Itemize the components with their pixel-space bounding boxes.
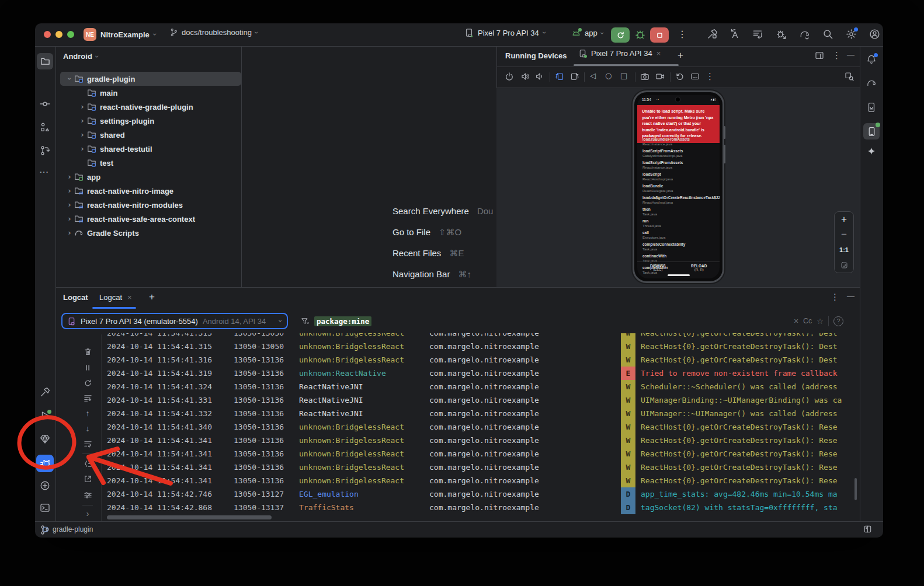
profile-avatar-icon[interactable] xyxy=(869,29,880,40)
dismiss-button[interactable]: DISMISS (ESC) xyxy=(637,262,679,271)
hide-panel-icon[interactable]: — xyxy=(847,50,854,59)
tree-item-app[interactable]: › app xyxy=(60,170,241,184)
back-button-icon[interactable]: ◁ xyxy=(590,71,596,80)
logcat-device-selector[interactable]: Pixel 7 Pro API 34 (emulator-5554) Andro… xyxy=(61,313,288,329)
gradle-tool-button[interactable] xyxy=(866,78,877,88)
device-selector[interactable]: Pixel 7 Pro API 34 › xyxy=(464,28,546,37)
notifications-bell-button[interactable] xyxy=(866,54,877,65)
export-logs-icon[interactable] xyxy=(82,473,93,484)
previous-occurrence-icon[interactable]: ↑ xyxy=(82,408,93,418)
input-snippet-icon[interactable] xyxy=(690,72,700,81)
new-logcat-tab-button[interactable]: + xyxy=(149,291,155,303)
more-run-actions-icon[interactable]: ⋮ xyxy=(678,29,687,40)
scroll-to-end-icon[interactable] xyxy=(82,393,93,403)
log-row[interactable]: 2024-10-14 11:54:41.31613050-13136unknow… xyxy=(107,353,860,367)
terminal-tool-button[interactable] xyxy=(40,503,50,513)
log-row[interactable]: 2024-10-14 11:54:41.34113050-13136unknow… xyxy=(107,461,860,474)
power-icon[interactable] xyxy=(505,72,514,81)
log-row[interactable]: 2024-10-14 11:54:41.31313050-13050unknow… xyxy=(107,333,860,340)
build-tool-button[interactable] xyxy=(40,387,50,397)
stop-button[interactable] xyxy=(650,27,669,43)
rerun-button[interactable] xyxy=(611,27,630,43)
tree-item-gradle-plugin[interactable]: › gradle-plugin xyxy=(60,72,241,86)
collapse-lines-icon[interactable] xyxy=(82,458,93,469)
zoom-out-button[interactable]: − xyxy=(835,227,853,242)
screen-record-icon[interactable] xyxy=(655,72,665,81)
structure-tool-button[interactable] xyxy=(40,122,50,132)
log-row[interactable]: 2024-10-14 11:54:41.32413050-13136ReactN… xyxy=(107,380,860,393)
more-tools-button[interactable]: ··· xyxy=(40,168,49,176)
tree-item-gradle-scripts[interactable]: › Gradle Scripts xyxy=(60,226,241,240)
running-devices-tool-button[interactable] xyxy=(863,123,880,139)
screenshot-camera-icon[interactable] xyxy=(640,72,649,81)
tree-item-test[interactable]: test xyxy=(60,156,241,170)
panel-layout-icon[interactable] xyxy=(815,51,824,60)
chevron-right-icon[interactable]: › xyxy=(78,117,87,125)
filter-query-chip[interactable]: package:mine xyxy=(314,316,371,326)
emulator-screen[interactable]: 11:54 ◦ ▪ ▲▮▯ Unable to load script. Mak… xyxy=(637,95,720,278)
close-tab-icon[interactable]: × xyxy=(656,49,661,58)
tree-item-settings-plugin[interactable]: › settings-plugin xyxy=(60,114,241,128)
log-row[interactable]: 2024-10-14 11:54:41.34013050-13136unknow… xyxy=(107,420,860,434)
zoom-window-button[interactable] xyxy=(67,31,74,38)
chevron-right-icon[interactable]: › xyxy=(65,215,74,223)
close-window-button[interactable] xyxy=(44,31,51,38)
tree-item-react-native-nitro-modules[interactable]: › react-native-nitro-modules xyxy=(60,198,241,212)
tree-item-react-native-safe-area-context[interactable]: › react-native-safe-area-context xyxy=(60,212,241,226)
chevron-right-icon[interactable]: › xyxy=(65,187,74,195)
chevron-right-icon[interactable]: › xyxy=(65,201,74,209)
debug-button[interactable] xyxy=(634,29,646,40)
tree-item-shared[interactable]: › shared xyxy=(60,128,241,142)
home-button-icon[interactable]: ○ xyxy=(605,71,612,80)
log-row[interactable]: 2024-10-14 11:54:41.34113050-13136unknow… xyxy=(107,447,860,461)
match-case-toggle[interactable]: Cc xyxy=(803,317,812,325)
settings-gear-icon[interactable] xyxy=(846,29,857,40)
next-occurrence-icon[interactable]: ↓ xyxy=(82,423,93,434)
log-row[interactable]: 2024-10-14 11:54:42.86813050-13137Traffi… xyxy=(107,501,860,514)
run-configuration-selector[interactable]: app › xyxy=(571,28,604,38)
clear-filter-icon[interactable]: × xyxy=(794,316,798,326)
log-row[interactable]: 2024-10-14 11:54:42.74613050-13127EGL_em… xyxy=(107,487,860,501)
reload-button[interactable]: RELOAD (R, R) xyxy=(679,262,720,271)
log-row[interactable]: 2024-10-14 11:54:41.31513050-13050unknow… xyxy=(107,340,860,353)
status-help-book-icon[interactable] xyxy=(863,525,872,533)
pause-logcat-icon[interactable] xyxy=(82,362,93,373)
minimize-window-button[interactable] xyxy=(55,31,62,38)
ai-assistant-tool-button[interactable] xyxy=(866,146,877,157)
recent-activity-icon[interactable] xyxy=(752,29,763,40)
device-manager-tool-button[interactable] xyxy=(866,102,877,113)
chevron-right-icon[interactable]: › xyxy=(78,103,87,111)
status-module-widget[interactable]: gradle-plugin xyxy=(42,525,93,533)
device-tab[interactable]: Pixel 7 Pro API 34 × xyxy=(578,49,661,58)
project-widget[interactable]: NE NitroExample › xyxy=(84,28,157,41)
chevron-right-icon[interactable]: › xyxy=(78,145,87,153)
log-row[interactable]: 2024-10-14 11:54:41.31913050-13136unknow… xyxy=(107,367,860,380)
logcat-filter-field[interactable]: package:mine × Cc ☆ ? xyxy=(296,313,848,329)
logcat-tab[interactable]: Logcat × xyxy=(99,293,132,302)
pull-requests-tool-button[interactable] xyxy=(40,145,50,156)
logcat-options-icon[interactable]: ⋮ xyxy=(831,292,839,302)
log-row[interactable]: 2024-10-14 11:54:41.34113050-13136unknow… xyxy=(107,434,860,447)
overview-button-icon[interactable]: □ xyxy=(620,71,627,80)
chevron-right-icon[interactable]: › xyxy=(78,131,87,139)
help-icon[interactable]: ? xyxy=(833,316,843,326)
tree-item-react-native-nitro-image[interactable]: › react-native-nitro-image xyxy=(60,184,241,198)
new-device-tab-button[interactable]: + xyxy=(678,50,683,61)
panel-options-icon[interactable]: ⋮ xyxy=(832,50,841,61)
zoom-fit-button[interactable] xyxy=(835,257,853,273)
attach-debugger-icon[interactable] xyxy=(776,29,787,40)
soft-wrap-icon[interactable] xyxy=(82,438,93,449)
filter-funnel-icon[interactable] xyxy=(301,317,310,326)
volume-up-icon[interactable] xyxy=(521,72,530,81)
close-tab-icon[interactable]: × xyxy=(127,293,132,302)
chevron-down-icon[interactable]: › xyxy=(65,74,74,83)
restart-logcat-icon[interactable] xyxy=(82,378,93,388)
profiler-tool-button[interactable] xyxy=(40,434,50,444)
log-row[interactable]: 2024-10-14 11:54:41.33213050-13136ReactN… xyxy=(107,407,860,420)
vcs-branch-widget[interactable]: docs/troubleshooting › xyxy=(169,28,258,37)
logcat-output[interactable]: 2024-10-14 11:54:41.31313050-13050unknow… xyxy=(107,333,860,517)
favorite-filter-star-icon[interactable]: ☆ xyxy=(817,317,824,326)
clear-logcat-icon[interactable] xyxy=(82,346,93,357)
build-hammer-icon[interactable] xyxy=(707,29,718,40)
logcat-tool-button[interactable] xyxy=(36,455,54,472)
